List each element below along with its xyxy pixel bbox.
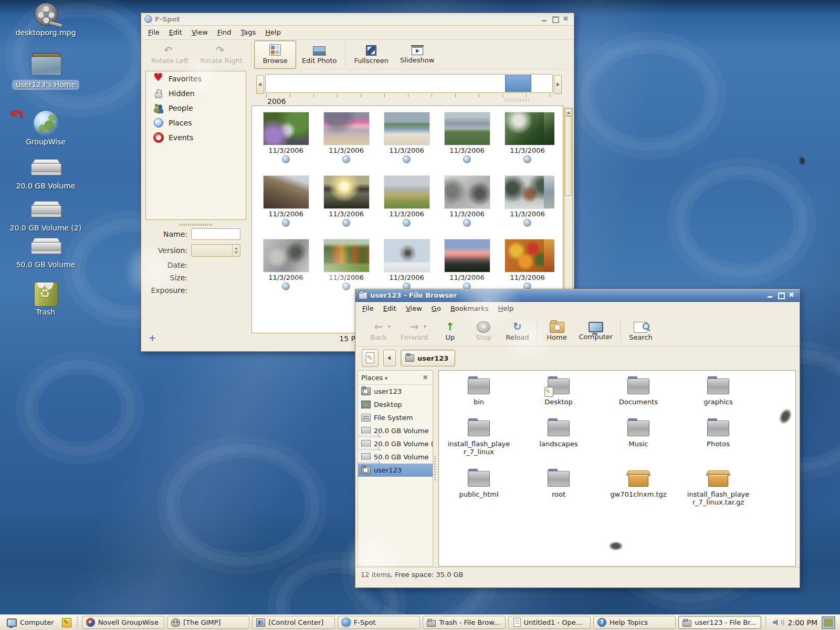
timeline-right-arrow[interactable] (554, 75, 562, 94)
menu-item[interactable]: File (358, 302, 379, 314)
desktop-icon[interactable]: desktoporg.mpg (6, 0, 85, 37)
photo-thumbnail[interactable]: 11/3/2006 (376, 112, 437, 176)
file-icon[interactable]: install_flash_player_7_linux (447, 417, 511, 467)
taskbar-task[interactable]: F-Spot (338, 616, 420, 629)
toolbar-button[interactable]: Browse (254, 40, 296, 69)
places-item[interactable]: 20.0 GB Volume (2) (358, 437, 433, 450)
tag-item[interactable]: People (146, 101, 246, 116)
toolbar-button[interactable]: Rotate Left (145, 40, 194, 69)
tag-item[interactable]: Hidden (146, 86, 246, 101)
clock[interactable]: 2:00 PM (788, 618, 817, 627)
toolbar-button[interactable]: Fullscreen (348, 40, 394, 69)
version-dropdown[interactable] (191, 244, 240, 257)
name-input[interactable] (191, 228, 240, 240)
fspot-titlebar[interactable]: F-Spot (141, 13, 574, 26)
places-item[interactable]: user123 (358, 464, 433, 477)
timeline-bar[interactable] (265, 74, 553, 93)
toolbar-button[interactable]: Rotate Right (194, 40, 248, 69)
show-desktop-button[interactable] (822, 616, 835, 629)
maximize-button[interactable] (551, 16, 560, 23)
taskbar-drag-handle[interactable] (76, 617, 79, 628)
file-icon[interactable]: Music (626, 417, 650, 467)
menu-item[interactable]: Bookmarks (446, 302, 494, 314)
tag-item[interactable]: Events (146, 130, 246, 145)
menu-item[interactable]: View (187, 26, 213, 38)
minimize-button[interactable] (540, 16, 549, 23)
photo-thumbnail[interactable]: 11/3/2006 (316, 112, 376, 176)
desktop-icon[interactable]: 20.0 GB Volume (6, 153, 85, 191)
tag-item[interactable]: Favorites (146, 71, 246, 86)
path-scroll-left-button[interactable] (383, 350, 396, 366)
menu-item[interactable]: Tags (236, 26, 260, 38)
toolbar-button[interactable]: Computer (574, 317, 618, 345)
menu-item[interactable]: Edit (164, 26, 187, 38)
minimize-button[interactable] (766, 292, 774, 299)
file-icon[interactable]: gw701clnxm.tgz (610, 467, 666, 507)
toolbar-button[interactable]: Stop (467, 317, 500, 345)
tag-item[interactable]: Places (146, 116, 246, 130)
places-item[interactable]: 20.0 GB Volume (358, 424, 433, 437)
photo-thumbnail[interactable]: 11/3/2006 (256, 176, 316, 239)
timeline-selection[interactable] (505, 75, 531, 92)
taskbar-task[interactable]: [Control Center] (252, 616, 334, 629)
sidebar-splitter[interactable] (145, 222, 245, 227)
menu-item[interactable]: View (401, 302, 427, 314)
desktop-icon[interactable]: user123's Home (6, 51, 85, 90)
toolbar-button[interactable]: Home (540, 317, 574, 345)
file-icon[interactable]: root (547, 467, 571, 507)
toolbar-button[interactable]: Slideshow (394, 40, 440, 69)
photo-thumbnail[interactable]: 11/3/2006 (437, 176, 497, 239)
file-icon[interactable]: Photos (706, 417, 730, 467)
toolbar-button[interactable]: Edit Photo (296, 40, 342, 69)
scrollbar-thumb[interactable] (565, 116, 572, 196)
menu-item[interactable]: File (143, 26, 164, 38)
toolbar-button[interactable]: Back (362, 317, 395, 345)
file-icon[interactable]: public_html (459, 467, 498, 507)
photo-thumbnail[interactable]: 11/3/2006 (437, 112, 497, 176)
close-button[interactable] (562, 16, 571, 23)
edit-location-button[interactable] (362, 349, 379, 367)
file-icon[interactable]: install_flash_player_7_linux.tar.gz (686, 467, 750, 507)
tray-drag-handle[interactable] (764, 617, 768, 628)
file-browser-titlebar[interactable]: user123 - File Browser (355, 289, 800, 302)
desktop-icon[interactable]: 50.0 GB Volume (6, 232, 85, 269)
close-button[interactable] (788, 292, 796, 299)
computer-menu-button[interactable]: Computer (3, 616, 58, 628)
toolbar-button[interactable]: Forward (395, 317, 433, 345)
volume-icon[interactable] (772, 618, 784, 627)
taskbar-task[interactable]: Untitled1 - Open... (508, 616, 591, 629)
desktop-icon[interactable]: Trash (6, 279, 85, 317)
file-icon[interactable]: Desktop (544, 375, 573, 417)
places-item[interactable]: user123 (358, 385, 433, 398)
taskbar-task[interactable]: Trash - File Brow... (423, 616, 505, 629)
maximize-button[interactable] (777, 292, 785, 299)
menu-item[interactable]: Edit (379, 302, 401, 314)
places-item[interactable]: 50.0 GB Volume (358, 450, 433, 464)
file-icon[interactable]: landscapes (540, 417, 578, 467)
menu-item[interactable]: Find (213, 26, 236, 38)
panel-resize-handle[interactable] (432, 370, 438, 566)
places-dropdown[interactable]: Places (361, 374, 421, 382)
timeline-left-arrow[interactable] (256, 75, 264, 94)
places-item[interactable]: Desktop (358, 398, 433, 411)
file-icon[interactable]: Documents (619, 375, 658, 417)
toolbar-button[interactable]: Reload (500, 317, 534, 345)
photo-thumbnail[interactable]: 11/3/2006 (256, 239, 316, 303)
desktop-icon[interactable]: GroupWise (6, 109, 85, 146)
menu-item[interactable]: Go (427, 302, 446, 314)
toolbar-button[interactable]: Search (624, 317, 658, 345)
toolbar-button[interactable]: Up (433, 317, 467, 345)
places-item[interactable]: File System (358, 411, 433, 424)
taskbar-task[interactable]: Help Topics (593, 616, 676, 629)
photo-thumbnail[interactable]: 11/3/2006 (376, 176, 437, 239)
menu-item[interactable]: Help (260, 26, 286, 38)
file-icon[interactable]: bin (467, 375, 491, 417)
taskbar-task[interactable]: [The GIMP] (167, 616, 249, 629)
path-button[interactable]: user123 (401, 350, 455, 366)
photo-thumbnail[interactable]: 11/3/2006 (316, 176, 376, 239)
close-panel-icon[interactable] (421, 373, 429, 382)
scroll-up-icon[interactable] (565, 109, 572, 116)
notes-applet-button[interactable] (60, 616, 73, 628)
photo-thumbnail[interactable]: 11/3/2006 (256, 112, 316, 176)
taskbar-task[interactable]: user123 - File Br... (678, 616, 761, 629)
